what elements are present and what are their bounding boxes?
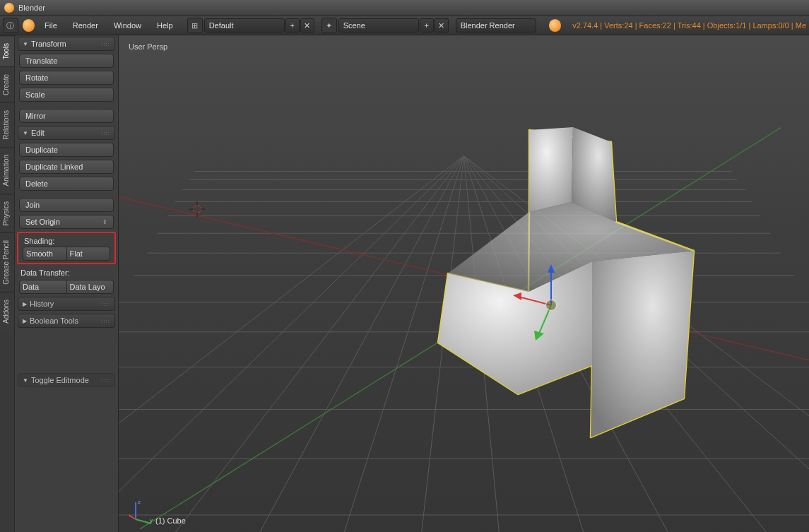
delete-button[interactable]: Delete	[19, 177, 114, 191]
axis-x-arrow-icon	[513, 292, 521, 300]
panel-title-boolean: Boolean Tools	[30, 317, 78, 325]
set-origin-label: Set Origin	[25, 218, 60, 226]
window-titlebar: Blender	[0, 0, 809, 16]
grip-icon: ::::	[101, 130, 110, 136]
mirror-button[interactable]: Mirror	[19, 109, 114, 123]
expand-icon: ▶	[23, 301, 27, 307]
layout-selector[interactable]: Default	[204, 18, 285, 32]
vtab-addons[interactable]: Addons	[0, 292, 14, 331]
menu-window[interactable]: Window	[107, 18, 148, 32]
svg-text:y: y	[150, 517, 153, 524]
editor-type-icon[interactable]: ⓘ	[3, 18, 18, 33]
collapse-icon: ▼	[23, 130, 28, 136]
viewport-3d[interactable]: User Persp	[119, 35, 809, 532]
panel-title-edit: Edit	[31, 129, 45, 137]
blender-logo-icon	[549, 19, 562, 32]
vtab-grease-pencil[interactable]: Grease Pencil	[0, 232, 14, 292]
svg-text:z: z	[138, 499, 141, 505]
scale-button[interactable]: Scale	[19, 88, 114, 102]
screen-layout-icon[interactable]: ⊞	[187, 18, 203, 33]
render-engine-selector[interactable]: Blender Render	[456, 18, 536, 32]
panel-title-transform: Transform	[31, 40, 66, 48]
grip-icon: ::::	[101, 318, 110, 324]
panel-header-edit[interactable]: ▼ Edit ::::	[18, 126, 115, 140]
tool-shelf-tabs: Tools Create Relations Animation Physics…	[0, 35, 15, 532]
shading-label: Shading:	[24, 237, 109, 245]
data-layout-button[interactable]: Data Layo	[67, 280, 114, 294]
rotate-button[interactable]: Rotate	[19, 71, 114, 85]
duplicate-button[interactable]: Duplicate	[19, 143, 114, 157]
duplicate-linked-button[interactable]: Duplicate Linked	[19, 160, 114, 174]
panel-title-toggle-editmode: Toggle Editmode	[31, 376, 89, 384]
main-menubar: ⓘ File Render Window Help ⊞ Default + ✕ …	[0, 16, 809, 35]
scene-icon[interactable]: ✦	[321, 18, 337, 33]
active-object-label: (1) Cube	[155, 516, 186, 525]
object-origin-icon	[545, 300, 557, 311]
scene-selector[interactable]: Scene	[338, 18, 419, 32]
mini-axis-icon: z y	[129, 498, 157, 526]
vtab-create[interactable]: Create	[0, 66, 14, 102]
scene-remove-button[interactable]: ✕	[435, 18, 449, 32]
workspace: Tools Create Relations Animation Physics…	[0, 35, 809, 532]
axis-y-arrow-icon	[534, 331, 544, 341]
scene-statistics: v2.74.4 | Verts:24 | Faces:22 | Tris:44 …	[572, 21, 806, 30]
panel-header-history[interactable]: ▶ History ::::	[18, 297, 115, 311]
panel-header-transform[interactable]: ▼ Transform ::::	[18, 37, 115, 51]
set-origin-dropdown[interactable]: Set Origin ⇕	[19, 215, 114, 229]
render-engine-label: Blender Render	[461, 21, 515, 30]
grip-icon: ::::	[101, 41, 110, 47]
shading-smooth-button[interactable]: Smooth	[23, 247, 67, 261]
scene-selector-label: Scene	[343, 21, 365, 30]
vtab-tools[interactable]: Tools	[0, 35, 14, 66]
vtab-relations[interactable]: Relations	[0, 102, 14, 147]
translate-button[interactable]: Translate	[19, 54, 114, 68]
grip-icon: ::::	[101, 377, 110, 384]
data-button[interactable]: Data	[19, 280, 67, 294]
panel-title-history: History	[30, 300, 54, 308]
layout-remove-button[interactable]: ✕	[300, 18, 314, 32]
vtab-animation[interactable]: Animation	[0, 147, 14, 193]
blender-logo-icon	[4, 3, 14, 13]
menu-file[interactable]: File	[37, 18, 64, 32]
vtab-physics[interactable]: Physics	[0, 194, 14, 232]
svg-line-36	[136, 519, 151, 524]
data-transfer-label: Data Transfer:	[20, 268, 112, 277]
blender-logo-icon	[23, 19, 35, 32]
tool-shelf: ▼ Transform :::: Translate Rotate Scale …	[15, 35, 119, 532]
updown-arrows-icon: ⇕	[102, 219, 107, 225]
shading-flat-button[interactable]: Flat	[67, 247, 111, 261]
expand-icon: ▶	[23, 318, 27, 324]
shading-highlight: Shading: Smooth Flat	[17, 232, 116, 264]
svg-line-38	[129, 515, 136, 519]
collapse-icon: ▼	[23, 377, 28, 384]
layout-selector-label: Default	[209, 21, 234, 30]
axis-z-arrow-icon	[548, 264, 555, 273]
scene-add-button[interactable]: +	[420, 18, 434, 32]
collapse-icon: ▼	[23, 41, 28, 47]
panel-header-toggle-editmode[interactable]: ▼ Toggle Editmode ::::	[18, 373, 115, 387]
menu-help[interactable]: Help	[150, 18, 180, 32]
layout-add-button[interactable]: +	[285, 18, 300, 32]
join-button[interactable]: Join	[19, 198, 114, 212]
panel-header-boolean[interactable]: ▶ Boolean Tools ::::	[18, 314, 115, 328]
grip-icon: ::::	[101, 301, 110, 307]
menu-render[interactable]: Render	[66, 18, 105, 32]
window-title: Blender	[18, 4, 45, 12]
